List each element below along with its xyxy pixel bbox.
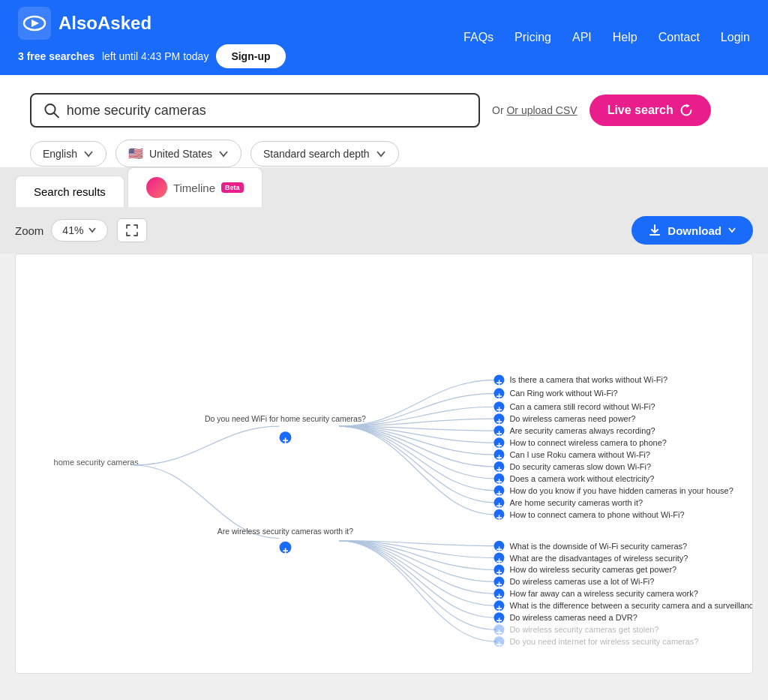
svg-rect-5 bbox=[650, 234, 660, 236]
chevron-down-icon-zoom bbox=[88, 226, 97, 235]
filters-row: English 🇺🇸 United States Standard search… bbox=[30, 140, 738, 167]
child1-10: How do you know if you have hidden camer… bbox=[509, 486, 733, 495]
country-flag: 🇺🇸 bbox=[128, 146, 143, 161]
chevron-down-icon-2 bbox=[218, 149, 229, 159]
fullscreen-icon bbox=[125, 224, 139, 237]
nav-pricing[interactable]: Pricing bbox=[514, 31, 551, 44]
language-label: English bbox=[43, 148, 77, 160]
tree-canvas: home security cameras Do you need WiFi f… bbox=[15, 254, 753, 674]
timeline-icon bbox=[146, 177, 167, 198]
zoom-label: Zoom bbox=[15, 224, 44, 237]
tab-timeline-label: Timeline bbox=[173, 182, 215, 194]
nav-contact[interactable]: Contact bbox=[658, 31, 700, 44]
child1-6: How to connect wireless camera to phone? bbox=[509, 438, 666, 447]
depth-select[interactable]: Standard search depth bbox=[250, 141, 399, 167]
tab-search-results[interactable]: Search results bbox=[15, 176, 124, 207]
child2-1: What is the downside of Wi-Fi security c… bbox=[509, 542, 687, 551]
zoom-select[interactable]: 41% bbox=[51, 219, 108, 242]
child2-6: What is the difference between a securit… bbox=[509, 601, 752, 610]
child1-2: Can Ring work without Wi-Fi? bbox=[509, 389, 617, 398]
child1-4: Do wireless cameras need power? bbox=[509, 414, 635, 423]
search-icon bbox=[44, 102, 59, 119]
free-searches-count: 3 free searches bbox=[18, 50, 94, 62]
header: AlsoAsked 3 free searches left until 4:4… bbox=[0, 0, 768, 75]
signup-button[interactable]: Sign-up bbox=[216, 44, 285, 68]
child1-8: Do security cameras slow down Wi-Fi? bbox=[509, 462, 651, 471]
free-searches-suffix: left until 4:43 PM today bbox=[102, 50, 208, 62]
nav-login[interactable]: Login bbox=[721, 31, 750, 44]
upload-csv-label[interactable]: Or upload CSV bbox=[506, 104, 577, 116]
child2-4: Do wireless cameras use a lot of Wi-Fi? bbox=[509, 577, 654, 586]
country-select[interactable]: 🇺🇸 United States bbox=[116, 140, 242, 167]
svg-text:+: + bbox=[496, 638, 502, 650]
upload-csv-link[interactable]: Or Or upload CSV bbox=[492, 104, 578, 116]
download-label: Download bbox=[668, 224, 722, 237]
root-label: home security cameras bbox=[54, 458, 140, 467]
branch2-plus-icon: + bbox=[282, 545, 288, 557]
branch2-label: Are wireless security cameras worth it? bbox=[218, 527, 353, 536]
branch1-plus-icon: + bbox=[282, 434, 288, 446]
search-box[interactable] bbox=[30, 93, 480, 128]
child2-9-group: + Do you need internet for wireless secu… bbox=[494, 636, 698, 650]
language-select[interactable]: English bbox=[30, 141, 106, 167]
main-nav: FAQs Pricing API Help Contact Login bbox=[464, 31, 750, 44]
nav-faqs[interactable]: FAQs bbox=[464, 31, 494, 44]
child2-8: Do wireless security cameras get stolen? bbox=[509, 625, 658, 634]
chevron-down-icon-dl bbox=[728, 226, 736, 235]
nav-api[interactable]: API bbox=[572, 31, 592, 44]
svg-line-4 bbox=[54, 113, 58, 118]
svg-text:+: + bbox=[496, 377, 502, 389]
child1-3: Can a camera still record without Wi-Fi? bbox=[509, 402, 655, 411]
header-left: AlsoAsked 3 free searches left until 4:4… bbox=[18, 7, 286, 68]
toolbar: Zoom 41% Download bbox=[0, 207, 768, 254]
child1-5: Are security cameras always recording? bbox=[509, 426, 655, 435]
live-search-label: Live search bbox=[608, 104, 674, 117]
logo-row: AlsoAsked bbox=[18, 7, 286, 40]
search-area: Or Or upload CSV Live search English 🇺🇸 … bbox=[0, 75, 768, 167]
logo-icon bbox=[18, 7, 51, 40]
child1-11: Are home security cameras worth it? bbox=[509, 498, 643, 507]
tree-svg: home security cameras Do you need WiFi f… bbox=[16, 254, 752, 673]
svg-text:+: + bbox=[496, 390, 502, 402]
child2-9: Do you need internet for wireless securi… bbox=[509, 637, 698, 646]
nav-help[interactable]: Help bbox=[613, 31, 638, 44]
free-searches-bar: 3 free searches left until 4:43 PM today… bbox=[18, 44, 286, 68]
fullscreen-button[interactable] bbox=[117, 218, 147, 242]
zoom-control: Zoom 41% bbox=[15, 219, 108, 242]
search-input[interactable] bbox=[67, 103, 466, 119]
live-search-button[interactable]: Live search bbox=[590, 95, 711, 126]
refresh-icon bbox=[680, 104, 693, 117]
search-row: Or Or upload CSV Live search bbox=[30, 93, 738, 128]
depth-label: Standard search depth bbox=[263, 148, 370, 160]
tab-search-results-label: Search results bbox=[34, 185, 106, 198]
child1-9: Does a camera work without electricity? bbox=[509, 474, 654, 483]
download-button[interactable]: Download bbox=[632, 216, 753, 245]
logo-text: AlsoAsked bbox=[58, 13, 152, 34]
chevron-down-icon bbox=[83, 149, 94, 159]
child2-5: How far away can a wireless security cam… bbox=[509, 589, 698, 598]
child2-3: How do wireless security cameras get pow… bbox=[509, 565, 676, 574]
beta-badge: Beta bbox=[221, 182, 244, 193]
child1-1: Is there a camera that works without Wi-… bbox=[509, 375, 668, 384]
child1-12: How to connect camera to phone without W… bbox=[509, 510, 684, 519]
country-label: United States bbox=[149, 148, 212, 160]
tabs-row: Search results Timeline Beta bbox=[0, 167, 768, 207]
chevron-down-icon-3 bbox=[376, 149, 386, 159]
child2-2: What are the disadvantages of wireless s… bbox=[509, 554, 688, 563]
zoom-value: 41% bbox=[62, 224, 83, 236]
branch1-label: Do you need WiFi for home security camer… bbox=[205, 415, 366, 423]
tab-timeline[interactable]: Timeline Beta bbox=[128, 167, 262, 207]
child2-7: Do wireless cameras need a DVR? bbox=[509, 613, 637, 622]
download-icon bbox=[648, 224, 662, 237]
svg-text:+: + bbox=[496, 512, 502, 524]
child1-7: Can I use Roku camera without Wi-Fi? bbox=[509, 450, 650, 459]
